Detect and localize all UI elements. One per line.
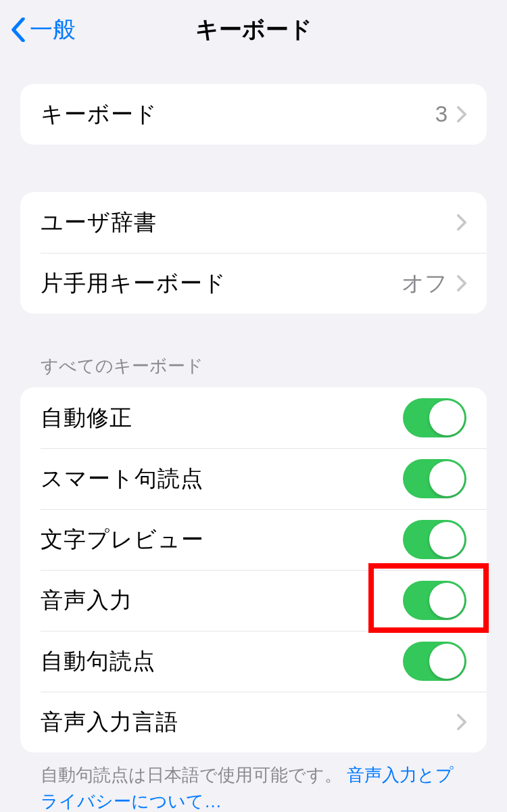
cell-label: 音声入力言語 <box>41 707 178 738</box>
chevron-right-icon <box>457 214 466 231</box>
toggle-knob <box>429 461 464 496</box>
back-button[interactable]: 一般 <box>11 14 76 45</box>
cell-label: ユーザ辞書 <box>41 208 157 238</box>
cell-dictation-languages[interactable]: 音声入力言語 <box>20 692 487 753</box>
cell-smart-punctuation: スマート句読点 <box>20 448 487 509</box>
cell-value: 3 <box>435 101 448 127</box>
cell-auto-punctuation: 自動句読点 <box>20 631 487 692</box>
chevron-right-icon <box>457 714 466 730</box>
section-footer: 自動句読点は日本語で使用可能です。 音声入力とプライバシーについて… <box>20 753 487 812</box>
footer-text: 自動句読点は日本語で使用可能です。 <box>41 765 342 785</box>
navigation-bar: 一般 キーボード <box>0 0 507 59</box>
cell-keyboards[interactable]: キーボード 3 <box>20 84 487 145</box>
cell-label: 自動句読点 <box>41 646 155 677</box>
toggle-knob <box>429 400 464 435</box>
toggle-character-preview[interactable] <box>403 520 466 559</box>
back-label: 一般 <box>30 14 76 45</box>
toggle-knob <box>429 583 464 618</box>
cell-label: 自動修正 <box>41 403 132 433</box>
cell-label: スマート句読点 <box>41 464 203 494</box>
cell-dictation: 音声入力 <box>20 570 487 631</box>
cell-user-dictionary[interactable]: ユーザ辞書 <box>20 192 487 253</box>
toggle-auto-punctuation[interactable] <box>403 642 466 681</box>
chevron-left-icon <box>11 18 26 42</box>
chevron-right-icon <box>457 106 466 122</box>
cell-label: 文字プレビュー <box>41 525 204 555</box>
cell-accessory <box>457 214 466 231</box>
cell-label: キーボード <box>41 99 158 130</box>
cell-character-preview: 文字プレビュー <box>20 509 487 570</box>
cell-auto-correction: 自動修正 <box>20 387 487 448</box>
cell-value: オフ <box>402 268 448 299</box>
cell-label: 片手用キーボード <box>41 268 226 299</box>
toggle-knob <box>429 522 464 557</box>
toggle-auto-correction[interactable] <box>403 398 466 437</box>
section-header-all-keyboards: すべてのキーボード <box>20 354 487 387</box>
toggle-knob <box>429 644 464 679</box>
toggle-dictation[interactable] <box>403 581 466 620</box>
chevron-right-icon <box>457 275 466 291</box>
cell-label: 音声入力 <box>41 586 132 616</box>
cell-accessory: オフ <box>402 268 466 299</box>
cell-one-handed-keyboard[interactable]: 片手用キーボード オフ <box>20 253 487 314</box>
toggle-smart-punctuation[interactable] <box>403 459 466 498</box>
page-title: キーボード <box>195 14 312 45</box>
cell-accessory <box>457 714 466 730</box>
group-dictionary: ユーザ辞書 片手用キーボード オフ <box>20 192 487 314</box>
cell-accessory: 3 <box>435 101 466 127</box>
group-keyboards: キーボード 3 <box>20 84 487 145</box>
group-all-keyboards: 自動修正 スマート句読点 文字プレビュー 音声入力 自動句読点 <box>20 387 487 753</box>
